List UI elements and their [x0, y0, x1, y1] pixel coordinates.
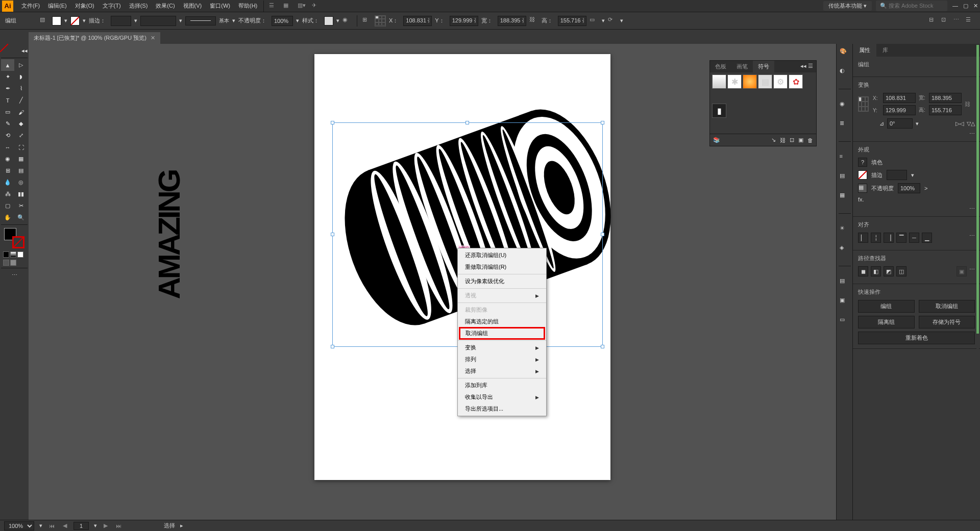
blend-tool[interactable]: ◎ [14, 176, 28, 188]
rotate-tool[interactable]: ⟲ [1, 130, 14, 141]
menu-view[interactable]: 视图(V) [179, 2, 206, 10]
stroke-panel-icon[interactable]: ≡ [840, 153, 850, 163]
menu-edit[interactable]: 编辑(E) [44, 2, 71, 10]
recolor-icon[interactable]: ◉ [342, 16, 352, 26]
free-transform-tool[interactable]: ⛶ [14, 141, 28, 153]
break-link-icon[interactable]: ⛓ [780, 137, 786, 143]
artboard-tool[interactable]: ▢ [1, 200, 14, 212]
flip-v-icon[interactable]: ▽△ [967, 120, 975, 127]
appearance-icon[interactable]: ☀ [840, 225, 850, 235]
stroke-swatch[interactable] [858, 170, 867, 180]
cm-select[interactable]: 选择▶ [458, 365, 546, 377]
adobe-stock-search[interactable]: 🔍 搜索 Adobe Stock [876, 1, 947, 11]
lasso-tool[interactable]: ◗ [14, 71, 28, 83]
screen-mode-full[interactable] [10, 260, 16, 266]
document-tab[interactable]: 未标题-1 [已恢复]* @ 100% (RGB/GPU 预览) ✕ [29, 32, 160, 44]
more-options-icon[interactable]: ⋯ [969, 266, 975, 276]
transform-w-input[interactable] [929, 93, 962, 103]
cm-pixel-perfect[interactable]: 设为像素级优化 [458, 275, 546, 287]
menu-file[interactable]: 文件(F) [17, 2, 44, 10]
magic-wand-tool[interactable]: ✦ [1, 71, 14, 83]
color-mode-gradient[interactable] [10, 251, 16, 258]
slice-tool[interactable]: ✂ [14, 200, 28, 212]
align-panel-icon[interactable]: ⊟ [929, 16, 938, 26]
selection-handle[interactable] [601, 233, 604, 236]
tab-close-icon[interactable]: ✕ [151, 35, 155, 41]
cm-ungroup[interactable]: 取消编组 [459, 327, 545, 340]
menu-effect[interactable]: 效果(C) [152, 2, 179, 10]
color-panel-icon[interactable]: 🎨 [840, 48, 850, 58]
curvature-tool[interactable]: ⌇ [14, 83, 28, 94]
transform-h-input[interactable] [929, 105, 962, 115]
align-icon[interactable]: ⊞ [362, 16, 372, 26]
fill-swatch[interactable]: ? [858, 158, 867, 167]
cm-isolate[interactable]: 隔离选定的组 [458, 316, 546, 327]
fill-swatch[interactable] [52, 16, 61, 26]
symbol-options-icon[interactable]: ⊡ [790, 137, 794, 143]
nav-last-icon[interactable]: ⏭ [114, 523, 123, 529]
symbol-swatch[interactable] [712, 74, 726, 89]
selection-handle[interactable] [331, 345, 334, 348]
symbol-swatch[interactable]: ▤ [758, 74, 772, 89]
h-input[interactable] [558, 16, 586, 26]
image-trace-icon[interactable]: ▦ [283, 2, 291, 10]
type-tool[interactable]: T [1, 94, 14, 106]
align-bottom[interactable]: ▁ [922, 233, 932, 243]
window-close-icon[interactable]: ✕ [973, 3, 978, 9]
paintbrush-tool[interactable]: 🖌 [14, 106, 28, 118]
symbol-swatch[interactable]: ▮ [712, 104, 726, 118]
qa-recolor[interactable]: 重新着色 [858, 332, 975, 344]
tab-brushes[interactable]: 画笔 [731, 61, 753, 72]
x-input[interactable] [403, 16, 432, 26]
width-tool[interactable]: ↔ [1, 141, 14, 153]
pathfinder-unite[interactable]: ◼ [858, 266, 868, 276]
fill-color-icon[interactable]: ▧ [40, 16, 49, 26]
tab-libraries[interactable]: 库 [876, 44, 894, 57]
delete-symbol-icon[interactable]: 🗑 [807, 137, 813, 143]
reference-point-grid[interactable] [858, 96, 869, 112]
fx-label[interactable]: fx. [858, 196, 864, 203]
selection-handle[interactable] [331, 233, 334, 236]
cm-add-to-library[interactable]: 添加到库 [458, 380, 546, 391]
window-restore-icon[interactable]: ▢ [963, 3, 968, 9]
screen-mode-normal[interactable] [3, 260, 9, 266]
brush-definition[interactable] [185, 16, 216, 26]
transparency-icon[interactable]: ▦ [840, 192, 850, 202]
variable-width-input[interactable] [140, 16, 176, 26]
align-right[interactable]: ▕ [884, 233, 894, 243]
stroke-weight-input[interactable] [111, 16, 131, 26]
w-input[interactable] [498, 16, 526, 26]
selection-handle[interactable] [465, 121, 469, 124]
selection-handle[interactable] [601, 121, 604, 124]
direct-selection-tool[interactable]: ▷ [14, 59, 28, 71]
properties-icon[interactable]: ◉ [840, 100, 850, 111]
transform-y-input[interactable] [883, 105, 916, 115]
workspace-switcher[interactable]: 传统基本功能 ▾ [823, 1, 872, 11]
asset-export-icon[interactable]: ▣ [840, 297, 850, 307]
y-input[interactable] [450, 16, 478, 26]
pathfinder-exclude[interactable]: ◫ [896, 266, 906, 276]
menu-type[interactable]: 文字(T) [99, 2, 125, 10]
symbol-libraries-icon[interactable]: 📚 [713, 137, 720, 143]
qa-isolate[interactable]: 隔离组 [858, 316, 915, 328]
tab-swatches[interactable]: 色板 [710, 61, 731, 72]
stroke-square[interactable] [12, 236, 24, 248]
place-symbol-icon[interactable]: ↘ [771, 137, 776, 143]
angle-input[interactable] [887, 118, 913, 129]
symbol-swatch[interactable] [743, 74, 757, 89]
symbol-sprayer-tool[interactable]: ⁂ [1, 188, 14, 200]
pathfinder-intersect[interactable]: ◩ [884, 266, 894, 276]
arrange-icon[interactable]: ▥▾ [298, 2, 306, 10]
scale-tool[interactable]: ⤢ [14, 130, 28, 141]
eyedropper-tool[interactable]: 💧 [1, 176, 14, 188]
shape-icon[interactable]: ▭ [590, 16, 599, 26]
cm-collect-export[interactable]: 收集以导出▶ [458, 391, 546, 403]
pathfinder-minus[interactable]: ◧ [871, 266, 881, 276]
cm-arrange[interactable]: 排列▶ [458, 353, 546, 365]
symbol-swatch[interactable]: ✿ [789, 74, 803, 89]
more-icon[interactable]: ⋯ [953, 16, 963, 26]
zoom-tool[interactable]: 🔍 [14, 212, 28, 223]
reference-point[interactable] [375, 15, 386, 27]
gradient-tool[interactable]: ▤ [14, 165, 28, 176]
nav-prev-icon[interactable]: ◀ [61, 522, 68, 529]
